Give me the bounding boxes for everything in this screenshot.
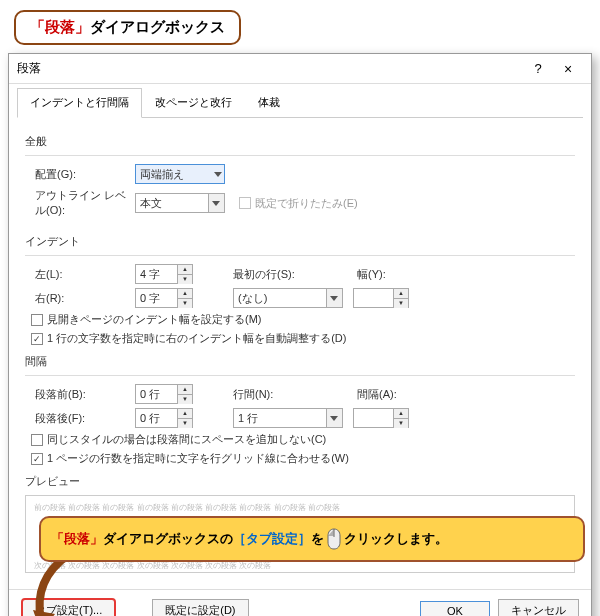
space-before-label: 段落前(B): [35,387,135,402]
titlebar: 段落 ? × [9,54,591,84]
help-button[interactable]: ? [523,61,553,76]
space-before-spinner[interactable]: 0 行▲▼ [135,384,193,404]
indent-left-spinner[interactable]: 4 字▲▼ [135,264,193,284]
divider [25,255,575,256]
indent-left-label: 左(L): [35,267,135,282]
snap-grid-label: 1 ページの行数を指定時に文字を行グリッド線に合わせる(W) [47,451,349,466]
indent-right-label: 右(R): [35,291,135,306]
cancel-button[interactable]: キャンセル [498,599,579,616]
spacing-at-spinner[interactable]: ▲▼ [353,408,409,428]
close-button[interactable]: × [553,61,583,77]
ok-button[interactable]: OK [420,601,490,617]
outline-select[interactable]: 本文 [135,193,225,213]
space-after-label: 段落後(F): [35,411,135,426]
mirror-indent-checkbox[interactable] [31,314,43,326]
spacing-heading: 間隔 [25,354,575,369]
line-spacing-select[interactable]: 1 行 [233,408,343,428]
indent-width-spinner[interactable]: ▲▼ [353,288,409,308]
indent-right-spinner[interactable]: 0 字▲▼ [135,288,193,308]
alignment-select[interactable]: 両端揃え [135,164,225,184]
paragraph-dialog: 段落 ? × インデントと行間隔 改ページと改行 体裁 全般 配置(G): 両端… [8,53,592,616]
no-space-same-style-checkbox[interactable] [31,434,43,446]
title-callout: 「段落」ダイアログボックス [14,10,241,45]
auto-indent-label: 1 行の文字数を指定時に右のインデント幅を自動調整する(D) [47,331,346,346]
tab-strip: インデントと行間隔 改ページと改行 体裁 [17,88,583,118]
collapse-label: 既定で折りたたみ(E) [255,196,358,211]
tab-page-break[interactable]: 改ページと改行 [142,88,245,117]
divider [25,155,575,156]
first-line-label: 最初の行(S): [233,267,313,282]
alignment-label: 配置(G): [35,167,135,182]
space-after-spinner[interactable]: 0 行▲▼ [135,408,193,428]
indent-heading: インデント [25,234,575,249]
indent-width-label: 幅(Y): [357,267,386,282]
collapse-checkbox [239,197,251,209]
divider [25,375,575,376]
instruction-callout: 「段落」ダイアログボックスの［タブ設定］を クリックします。 [39,516,585,562]
outline-label: アウトライン レベル(O): [35,188,135,218]
tabs-button[interactable]: タブ設定(T)... [21,598,116,616]
dialog-title: 段落 [17,60,523,77]
mouse-icon [326,528,342,550]
no-space-same-style-label: 同じスタイルの場合は段落間にスペースを追加しない(C) [47,432,326,447]
line-spacing-label: 行間(N): [233,387,313,402]
preview-heading: プレビュー [25,474,575,489]
button-row: タブ設定(T)... 既定に設定(D) OK キャンセル [9,589,591,616]
first-line-select[interactable]: (なし) [233,288,343,308]
mirror-indent-label: 見開きページのインデント幅を設定する(M) [47,312,262,327]
set-default-button[interactable]: 既定に設定(D) [152,599,248,616]
tab-asian[interactable]: 体裁 [245,88,293,117]
spacing-at-label: 間隔(A): [357,387,397,402]
tab-indent-spacing[interactable]: インデントと行間隔 [17,88,142,118]
snap-grid-checkbox[interactable]: ✓ [31,453,43,465]
general-heading: 全般 [25,134,575,149]
auto-indent-checkbox[interactable]: ✓ [31,333,43,345]
